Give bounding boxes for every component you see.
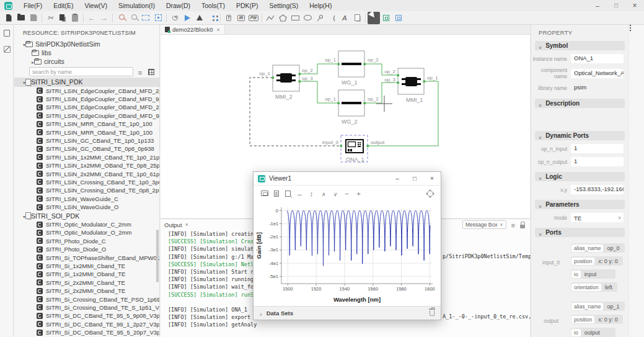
io-chip[interactable]: ioinput: [571, 269, 615, 279]
flip-vertical-button[interactable]: [193, 12, 206, 24]
component-list-item[interactable]: SITRI_LSIN_MRR_CBand_TE_1p0_100: [14, 120, 159, 128]
in-label-button[interactable]: IR: [235, 12, 247, 24]
report-button[interactable]: [270, 188, 282, 199]
zoom-select-button[interactable]: [139, 12, 152, 24]
component-list-item[interactable]: SITRI_Si_DC_OBand_TE_95_5_20p7_V3p0: [14, 328, 159, 336]
undo-button[interactable]: [86, 12, 98, 24]
tree-root-project[interactable]: SitriPDK3p0NetlistSim: [14, 40, 159, 48]
component-list-item[interactable]: SITRI_Si_2x2MMI_Oband_TE: [14, 287, 159, 295]
component-list-item[interactable]: SITRI_Photo_Diode_C: [14, 237, 159, 245]
components-rail-button[interactable]: [0, 41, 14, 57]
component-list-item[interactable]: SITRI_Si_Crossing_CBand_TE_PSO_1p69_V3p0: [14, 295, 159, 303]
rotate-button[interactable]: [169, 12, 181, 24]
menu-item[interactable]: Help(H): [304, 1, 337, 11]
tab-close-icon[interactable]: [216, 27, 219, 33]
rectangle-button[interactable]: [289, 12, 301, 24]
viewer-minimize-button[interactable]: –: [389, 172, 406, 186]
sidebar-scrollbar[interactable]: [156, 230, 159, 282]
pan-up-button[interactable]: [317, 188, 329, 199]
component-list-item[interactable]: SITRI_Photo_Diode_O: [14, 245, 159, 253]
viewer-titlebar[interactable]: Viewer1 – □ ×: [254, 172, 441, 186]
component-list-item[interactable]: SITRI_Si_TOPhaseShifter_CBand_MPW01_V3p0: [14, 253, 159, 261]
zoom-out-button[interactable]: [127, 12, 139, 24]
text-label-button[interactable]: T: [223, 12, 235, 24]
block-mmi2[interactable]: [273, 65, 299, 91]
component-list-item[interactable]: SITRI_LSiN_2x2MMI_CBand_TE_1p0_61p6: [14, 169, 159, 177]
component-list-item[interactable]: SITRI_Si_1x2MMI_Cband_TE: [14, 262, 159, 270]
component-list-item[interactable]: SITRI_LSiN_Crossing_CBand_TE_1p0_3p0: [14, 178, 159, 186]
section-ports[interactable]: Ports: [535, 228, 625, 237]
component-list-item[interactable]: SITRI_Si_DC_CBand_TE_99_1_2p27_V3p0: [14, 320, 159, 328]
io-chip[interactable]: iooutput: [571, 328, 615, 337]
block-wg1[interactable]: [338, 51, 364, 77]
new-file-button[interactable]: [2, 12, 15, 24]
menu-item[interactable]: Setting(S): [264, 1, 304, 11]
op-n-output-field[interactable]: 1: [571, 157, 624, 166]
transform-button[interactable]: [206, 12, 218, 24]
alias-name-chip[interactable]: alias_nameop_0: [571, 243, 625, 253]
section-parameters[interactable]: Parameters: [535, 200, 625, 209]
menu-item[interactable]: Draw(D): [161, 1, 196, 11]
mode-select[interactable]: TE∨: [571, 213, 624, 222]
menu-item[interactable]: Simulation(I): [113, 1, 161, 11]
zoom-in-button[interactable]: [115, 12, 127, 24]
gain-chart[interactable]: 1500152015401560158016000-1e1-2e1-3e1-4e…: [254, 201, 441, 306]
pw-label-button[interactable]: PW: [247, 12, 260, 24]
text-button[interactable]: A: [338, 12, 351, 24]
search-input[interactable]: [29, 67, 133, 76]
fit-view-button[interactable]: [152, 12, 164, 24]
orientation-chip[interactable]: orientationleft: [571, 282, 617, 292]
zoom-out-button[interactable]: [341, 188, 353, 199]
chip-green-button[interactable]: [380, 12, 392, 24]
xy-field[interactable]: -153.8333,-192.1667: [571, 185, 624, 194]
pdk-group-soi[interactable]: SITRI_SOI_PDK: [14, 211, 159, 220]
viewer-maximize-button[interactable]: □: [406, 172, 423, 186]
log-list-button[interactable]: [511, 219, 515, 230]
pin-button[interactable]: [314, 12, 326, 24]
section-dynamic-ports[interactable]: Dynamic Ports: [535, 131, 625, 140]
ellipse-button[interactable]: [301, 12, 314, 24]
component-list-item[interactable]: SITRI_Si_1x2MMI_Oband_TE: [14, 270, 159, 278]
block-mmi1[interactable]: [398, 68, 424, 94]
component-list-item[interactable]: SITRI_Si_DC_CBand_TE_95_5_9p08_V3p0: [14, 312, 159, 320]
component-list-item[interactable]: SITRI_Si_Crossing_OBand_TE_S_1p51_V3p0: [14, 303, 159, 312]
instance-name-field[interactable]: ONA_1: [571, 54, 624, 63]
fit-frame-button[interactable]: [258, 188, 270, 199]
message-box-select[interactable]: Message Box∨: [462, 220, 506, 229]
pdk-group-lsin[interactable]: SITRI_LSIN_PDK: [14, 78, 159, 87]
grid-view-button[interactable]: [147, 69, 156, 75]
component-list-item[interactable]: SITRI_Si_2x2MMI_Cband_TE: [14, 279, 159, 287]
lock-scroll-button[interactable]: [520, 222, 525, 228]
component-list-item[interactable]: SITRI_LSIN_MRR_OBand_TE_1p0_100: [14, 128, 159, 136]
fit-height-button[interactable]: [306, 188, 317, 199]
component-list-item[interactable]: SITRI_LSiN_Crossing_OBand_TE_0p8_2p5: [14, 186, 159, 194]
section-description[interactable]: Description: [535, 99, 625, 108]
fit-width-button[interactable]: [294, 188, 306, 199]
component-list-item[interactable]: SITRI_Optic_Modulator_O_2mm: [14, 228, 159, 236]
minimize-button[interactable]: [588, 0, 607, 11]
close-button[interactable]: [625, 0, 644, 11]
maximize-button[interactable]: [607, 0, 625, 11]
polygon-button[interactable]: [276, 12, 289, 24]
menu-item[interactable]: Edit(E): [48, 1, 79, 11]
paste-button[interactable]: [69, 12, 81, 24]
position-chip[interactable]: positionx: 0 y: 0: [571, 256, 623, 266]
pan-down-button[interactable]: [329, 188, 341, 199]
tree-item-circuits[interactable]: circuits: [14, 57, 159, 66]
block-wg2[interactable]: [338, 90, 364, 116]
cut-button[interactable]: [44, 12, 56, 24]
copy-button[interactable]: [56, 12, 69, 24]
menu-item[interactable]: Tools(T): [196, 1, 231, 11]
datasets-bar[interactable]: Data Sets: [254, 306, 441, 320]
menu-item[interactable]: PDK(P): [231, 1, 264, 11]
component-list-item[interactable]: SITRI_Optic_Modulator_C_2mm: [14, 220, 159, 228]
arc-button[interactable]: [326, 12, 338, 24]
section-logic[interactable]: Logic: [535, 172, 625, 181]
component-list-item[interactable]: SITRI_LSiN_GC_CBand_TE_1p0_1p133: [14, 137, 159, 145]
component-list-item[interactable]: SITRI_LSIN_EdgeCoupler_OBand_MFD_2p5um: [14, 103, 159, 111]
page-copy-button[interactable]: [351, 12, 363, 24]
viewer-close-button[interactable]: ×: [423, 172, 441, 186]
output-tab[interactable]: Output: [164, 222, 182, 228]
polyline-button[interactable]: [264, 12, 276, 24]
trash-icon[interactable]: [430, 310, 434, 316]
